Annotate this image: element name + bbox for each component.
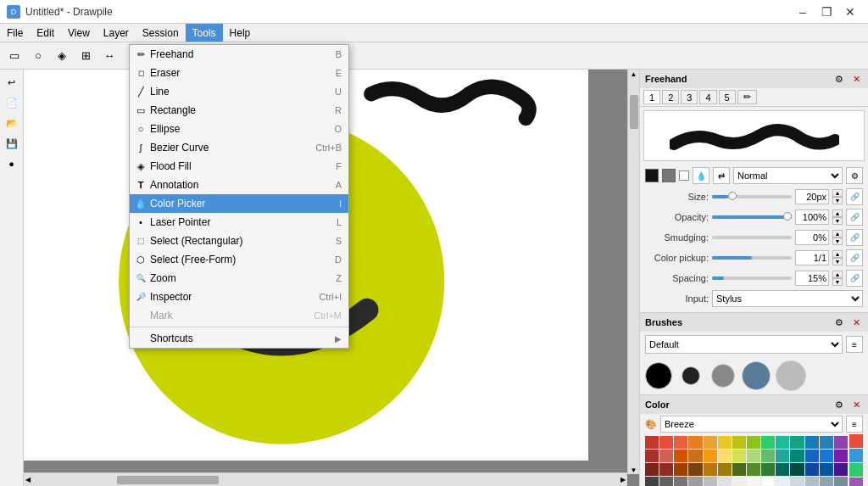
foreground-swatch[interactable] (645, 169, 659, 182)
color-cell[interactable] (688, 463, 702, 476)
color-side-btn-2[interactable] (849, 449, 863, 462)
spacing-link-btn[interactable]: 🔗 (846, 270, 863, 287)
color-cell[interactable] (834, 477, 848, 486)
color-cell[interactable] (645, 436, 659, 449)
color-cell[interactable] (674, 463, 687, 476)
file-save-btn[interactable]: 💾 (3, 134, 21, 153)
colorpickup-down-btn[interactable]: ▼ (832, 258, 843, 265)
blend-settings-btn[interactable]: ⚙ (846, 167, 863, 184)
color-cell[interactable] (718, 436, 732, 449)
size-slider-track[interactable] (712, 195, 792, 198)
wand-btn[interactable]: ⊞ (75, 45, 97, 67)
color-side-btn-4[interactable] (849, 478, 863, 486)
titlebar-controls[interactable]: – ❐ ✕ (792, 3, 861, 20)
close-button[interactable]: ✕ (839, 3, 861, 20)
color-cell[interactable] (645, 463, 659, 476)
colorpickup-link-btn[interactable]: 🔗 (846, 249, 863, 266)
color-cell[interactable] (834, 436, 848, 449)
color-cell[interactable] (718, 477, 732, 486)
color-cell[interactable] (645, 477, 659, 486)
brush-swatch-5[interactable] (776, 360, 806, 391)
menu-flood-fill[interactable]: ◈ Flood Fill F (130, 157, 348, 176)
color-cell[interactable] (645, 450, 659, 462)
hscrollbar[interactable]: ◀ ▶ (24, 472, 627, 486)
color-cell[interactable] (790, 463, 804, 476)
color-cell[interactable] (776, 463, 789, 476)
brush-swatch-2[interactable] (682, 366, 700, 385)
color-cell[interactable] (747, 463, 760, 476)
colorpickup-up-btn[interactable]: ▲ (832, 250, 843, 258)
color-cell[interactable] (732, 477, 746, 486)
size-link-btn[interactable]: 🔗 (846, 188, 863, 205)
color-cell[interactable] (688, 450, 702, 462)
menu-shortcuts[interactable]: Shortcuts ▶ (130, 329, 348, 348)
palette-menu-btn[interactable]: ≡ (846, 416, 863, 433)
color-cell[interactable] (704, 463, 717, 476)
brush-tab-2[interactable]: 2 (662, 90, 679, 104)
color-settings-btn[interactable]: ⚙ (832, 398, 846, 411)
brush-tab-3[interactable]: 3 (681, 90, 698, 104)
brush-tab-4[interactable]: 4 (699, 90, 716, 104)
color-cell[interactable] (732, 463, 746, 476)
color-cell[interactable] (805, 450, 819, 462)
input-select[interactable]: Stylus Mouse Tablet (712, 290, 863, 307)
color-cell[interactable] (761, 436, 775, 449)
color-cell[interactable] (805, 477, 819, 486)
color-cell[interactable] (790, 450, 804, 462)
color-cell[interactable] (776, 477, 789, 486)
menu-tools[interactable]: Tools (186, 24, 223, 42)
eyedropper-btn[interactable]: 💧 (693, 167, 709, 184)
color-side-btn-1[interactable] (849, 434, 863, 448)
palette-select[interactable]: Breeze (660, 416, 843, 433)
menu-eraser[interactable]: ◻ Eraser E (130, 64, 348, 82)
brushes-close-btn[interactable]: ✕ (849, 316, 863, 329)
alpha-swatch[interactable] (679, 170, 689, 181)
color-cell[interactable] (688, 436, 702, 449)
color-cell[interactable] (820, 463, 833, 476)
color-cell[interactable] (732, 436, 746, 449)
spacing-up-btn[interactable]: ▲ (832, 271, 843, 278)
smudging-link-btn[interactable]: 🔗 (846, 229, 863, 246)
color-cell[interactable] (761, 450, 775, 462)
color-cell[interactable] (761, 477, 775, 486)
menu-ellipse[interactable]: ○ Ellipse O (130, 120, 348, 138)
brush-swatch-4[interactable] (742, 361, 771, 390)
color-close-btn[interactable]: ✕ (849, 398, 863, 411)
colorpickup-slider-track[interactable] (712, 256, 792, 260)
color-cell[interactable] (834, 450, 848, 462)
menu-layer[interactable]: Layer (97, 24, 136, 42)
spacing-slider-track[interactable] (712, 277, 792, 280)
menu-inspector[interactable]: 🔎 Inspector Ctrl+I (130, 288, 348, 306)
color-cell[interactable] (674, 436, 687, 449)
undo-btn[interactable]: ↩ (3, 73, 21, 92)
color-cell[interactable] (704, 436, 717, 449)
color-cell[interactable] (776, 450, 789, 462)
opacity-up-btn[interactable]: ▲ (832, 209, 843, 217)
spacing-down-btn[interactable]: ▼ (832, 278, 843, 286)
size-up-btn[interactable]: ▲ (832, 189, 843, 197)
secondary-swatch[interactable] (662, 169, 676, 182)
color-cell[interactable] (659, 450, 673, 462)
transform-btn[interactable]: ↔ (98, 45, 120, 67)
menu-select-freeform[interactable]: ⬡ Select (Free-Form) D (130, 250, 348, 269)
color-cell[interactable] (820, 436, 833, 449)
color-cell[interactable] (674, 477, 687, 486)
file-new-btn[interactable]: 📄 (3, 93, 21, 112)
color-cell[interactable] (747, 436, 760, 449)
color-cell[interactable] (704, 450, 717, 462)
color-cell[interactable] (659, 477, 673, 486)
color-cell[interactable] (659, 436, 673, 449)
freehand-settings-btn[interactable]: ⚙ (832, 72, 846, 86)
color-cell[interactable] (747, 477, 760, 486)
brush-swatch-1[interactable] (645, 362, 672, 389)
menu-annotation[interactable]: T Annotation A (130, 176, 348, 194)
record-btn[interactable]: ● (3, 154, 21, 173)
color-cell[interactable] (761, 463, 775, 476)
rect-tool-btn[interactable]: ▭ (3, 45, 25, 67)
brush-menu-btn[interactable]: ≡ (846, 336, 863, 353)
brush-tab-1[interactable]: 1 (643, 90, 660, 104)
menu-line[interactable]: ╱ Line U (130, 82, 348, 101)
ellipse-tool-btn[interactable]: ○ (27, 45, 49, 67)
color-cell[interactable] (704, 477, 717, 486)
fill-select-btn[interactable]: ◈ (51, 45, 73, 67)
